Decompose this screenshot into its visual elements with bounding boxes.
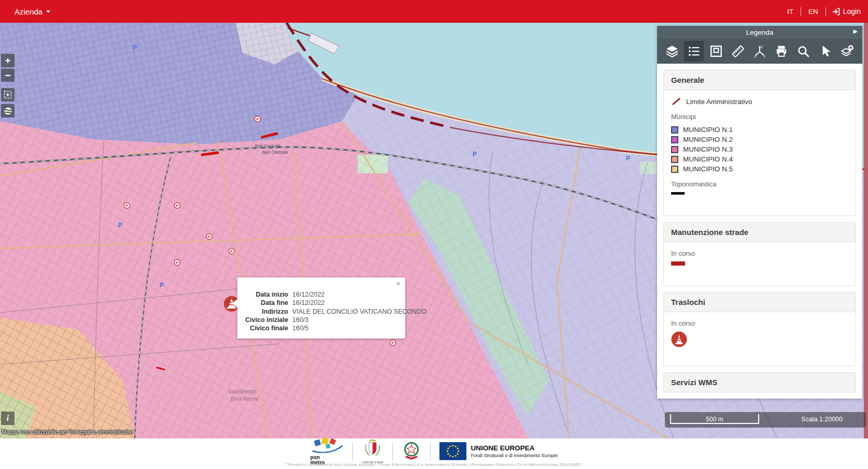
right-edge-strip <box>864 23 868 438</box>
popup-row: Data fine 16/12/2022 <box>240 299 400 307</box>
globe-icon <box>4 107 12 115</box>
parking-p: P <box>230 249 233 254</box>
lang-it-button[interactable]: IT <box>786 6 794 18</box>
tool-print[interactable] <box>772 41 791 62</box>
section-generale-header[interactable]: Generale <box>664 70 856 90</box>
topbar-right: IT EN Login <box>786 6 861 18</box>
svg-text:Y: Y <box>763 55 766 58</box>
lang-en-button[interactable]: EN <box>807 6 819 18</box>
section-traslochi-header[interactable]: Traslochi <box>664 292 856 312</box>
parking-p: P <box>256 117 259 122</box>
popup-label: Data inizio <box>240 290 288 299</box>
manutenzione-status-label: In corso <box>671 250 848 257</box>
zoom-to-extent-button[interactable] <box>1 88 15 101</box>
svg-text:P: P <box>133 44 137 51</box>
municipio-2-swatch <box>671 136 678 143</box>
tool-layers[interactable] <box>662 41 682 62</box>
traslochi-status-label: In corso <box>671 319 848 327</box>
overview-map-icon <box>709 45 723 58</box>
section-manutenzione: Manutenzione strade In corso <box>663 222 856 286</box>
login-button[interactable]: Login <box>832 7 861 16</box>
tool-overview-extent[interactable] <box>706 41 726 62</box>
popup-label: Civico iniziale <box>240 316 288 324</box>
popup-value: 160/3 <box>292 316 308 324</box>
municipio-4-swatch <box>671 156 678 163</box>
legend-item-municipio-1: MUNICIPIO N.1 <box>671 125 848 135</box>
search-icon <box>796 45 810 58</box>
popup-value: 16/12/2022 <box>292 299 325 307</box>
municipio-5-label: MUNICIPIO N.5 <box>683 165 733 173</box>
limite-label: Limite Amministrativo <box>686 98 752 106</box>
bari-coat-of-arms-icon <box>362 438 383 458</box>
popup-row: Civico iniziale 160/3 <box>240 316 400 324</box>
popup-value: 160/5 <box>292 324 308 332</box>
toponomastica-label: Toponomastica <box>671 180 848 188</box>
svg-text:P: P <box>160 282 164 289</box>
footer: pon metro COMUNE DI BARI <box>0 438 868 469</box>
eu-title: UNIONE EUROPEA <box>471 444 558 452</box>
divider <box>801 7 801 16</box>
popup-label: Indirizzo <box>240 307 288 316</box>
ruler-icon <box>731 45 745 58</box>
login-label: Login <box>843 7 861 16</box>
map-disclaimer: Mappa non utilizzabile per fini legali o… <box>2 429 133 435</box>
close-icon[interactable]: × <box>396 280 401 287</box>
map-label-station-2: Bari Centrale <box>262 150 288 155</box>
plus-icon: + <box>5 55 10 66</box>
manutenzione-swatch <box>671 261 685 266</box>
eu-logo: UNIONE EUROPEA Fondi Strutturali e di In… <box>439 442 558 460</box>
scale-distance: 500 m <box>706 416 723 423</box>
municipio-3-swatch <box>671 146 678 153</box>
section-manutenzione-header[interactable]: Manutenzione strade <box>664 223 856 242</box>
municipio-5-swatch <box>671 166 678 173</box>
top-navbar: Azienda IT EN Login <box>0 0 868 23</box>
municipio-2-label: MUNICIPIO N.2 <box>683 136 733 143</box>
traslochi-badge <box>671 331 848 349</box>
svg-text:P: P <box>473 151 477 158</box>
legend-titlebar: Legenda ▶ <box>657 26 862 39</box>
sign-in-icon <box>832 8 840 16</box>
tool-coordinates[interactable]: Z X Y <box>750 41 770 62</box>
brand-menu[interactable]: Azienda <box>7 4 58 19</box>
globe-button[interactable] <box>1 104 15 118</box>
italy-emblem-logo <box>402 440 421 463</box>
legend-title: Legenda <box>746 28 774 36</box>
municipio-3-label: MUNICIPIO N.3 <box>683 145 733 153</box>
popup-value: 16/12/2022 <box>292 290 325 299</box>
legend-item-municipio-2: MUNICIPIO N.2 <box>671 135 848 144</box>
collapse-arrow-icon[interactable]: ▶ <box>853 28 858 35</box>
eu-flag-icon <box>439 442 466 460</box>
printer-icon <box>775 45 788 58</box>
parking-p: P <box>208 234 210 239</box>
svg-text:P: P <box>626 155 630 162</box>
add-layer-icon <box>841 45 854 58</box>
info-button[interactable]: i <box>1 412 15 425</box>
toponomastica-swatch <box>671 192 685 195</box>
scale-ratio: Scala 1:20000 <box>801 416 843 423</box>
comune-bari-logo: COMUNE DI BARI <box>362 438 383 464</box>
popup-row: Data inizio 16/12/2022 <box>240 290 400 299</box>
zoom-in-button[interactable]: + <box>1 54 15 67</box>
tool-search[interactable] <box>793 41 813 62</box>
municipio-1-label: MUNICIPIO N.1 <box>683 126 733 134</box>
tool-pointer[interactable] <box>816 41 835 62</box>
zoom-out-button[interactable]: − <box>1 68 15 82</box>
tool-legend-list[interactable] <box>684 41 704 62</box>
parking-p: P <box>391 341 394 345</box>
municipi-group-label: Municipi <box>671 113 848 121</box>
footer-logos: pon metro COMUNE DI BARI <box>0 438 868 462</box>
tool-measure[interactable] <box>728 41 748 62</box>
municipio-4-label: MUNICIPIO N.4 <box>683 155 733 163</box>
app-root: Azienda IT EN Login <box>0 0 868 469</box>
section-traslochi: Traslochi In corso <box>663 292 856 366</box>
pon-label: pon <box>310 455 344 460</box>
tool-add-layers[interactable] <box>837 41 857 62</box>
boundary-line-icon <box>671 97 681 106</box>
section-servizi-wms: Servizi WMS <box>663 372 856 392</box>
legend-item-limite: Limite Amministrativo <box>671 97 848 106</box>
map-label-factory-2: Birra Peroni <box>231 396 259 402</box>
scale-bracket: 500 m <box>670 414 759 424</box>
eu-subtitle: Fondi Strutturali e di Investimento Euro… <box>471 453 558 458</box>
minus-icon: − <box>5 70 10 81</box>
section-servizi-wms-header[interactable]: Servizi WMS <box>664 373 856 392</box>
